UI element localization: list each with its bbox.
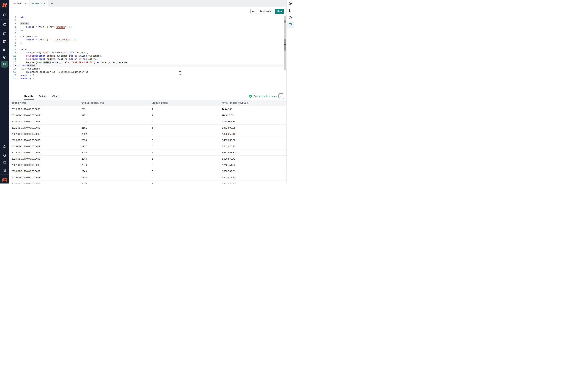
tab-untitled-1[interactable]: Untitled 1 ✕ (10, 0, 29, 7)
sidebar-item-clipboard-icon[interactable] (0, 143, 9, 150)
line-number: 15 (9, 61, 16, 64)
table-row[interactable]: 2023-01-01T00:00:00.000Z293062,453,253.3… (9, 137, 286, 143)
sidebar-item-drawers-icon[interactable] (0, 21, 9, 28)
new-tab-button[interactable]: + (48, 0, 55, 7)
table-row[interactable]: 2025-01-01T00:00:00.000Z293262,617,453.3… (9, 150, 286, 156)
cell-order_year: 2018-01-01T00:00:00.000Z (11, 108, 81, 110)
code-text: ), (16, 29, 286, 32)
cell-order_year: 2019-01-01T00:00:00.000Z (11, 114, 81, 117)
table-row[interactable]: 2021-01-01T00:00:00.000Z266161,871,800.8… (9, 125, 286, 131)
sidebar-item-compass-icon[interactable] (0, 54, 9, 61)
table-row[interactable]: 2030-01-01T00:00:00.000Z287961,841,049.3… (9, 181, 286, 184)
sidebar-item-code-window-icon[interactable] (0, 38, 9, 45)
table-row[interactable]: 2026-01-01T00:00:00.000Z294462,690,570.7… (9, 156, 286, 162)
code-line-5[interactable]: 5), (9, 29, 286, 32)
cell-unique_cities: 6 (152, 164, 222, 166)
bookmark-icon[interactable] (286, 7, 294, 14)
cell-order_year: 2027-01-01T00:00:00.000Z (11, 164, 81, 166)
code-text: group by 1 (16, 74, 286, 77)
code-text: ) (16, 42, 286, 45)
code-line-15[interactable]: 15 to_char(sum(orders.order_total), '999… (9, 61, 286, 64)
code-line-9[interactable]: 9) (9, 42, 286, 45)
bookmark-button[interactable]: Bookmark (258, 9, 273, 14)
cell-total_order_revenue: 2,551,076.70 (222, 145, 286, 148)
cell-unique_cities: 6 (152, 145, 222, 148)
close-icon[interactable]: ✕ (44, 2, 45, 5)
column-header-total_order_revenue[interactable]: TOTAL_ORDER_REVENUE (222, 102, 286, 104)
table-row[interactable]: 2022-01-01T00:00:00.000Z290262,325,556.1… (9, 131, 286, 137)
code-line-17[interactable]: 17join customers (9, 67, 286, 71)
table-row[interactable]: 2020-01-01T00:00:00.000Z191741,115,869.5… (9, 118, 286, 125)
ai-chat-icon[interactable] (286, 21, 294, 28)
close-icon[interactable]: ✕ (25, 2, 26, 5)
history-clock-icon[interactable] (286, 14, 294, 21)
tab-label: Untitled 1 (13, 2, 23, 5)
code-line-20[interactable]: 20order by 1 (9, 77, 286, 80)
code-line-12[interactable]: 12 date_trunc('year', ordered_at) as ord… (9, 51, 286, 54)
user-avatar[interactable] (2, 178, 7, 183)
sidebar-item-windows-icon[interactable] (0, 46, 9, 53)
cell-unique_customers: 2949 (81, 170, 152, 173)
cell-total_order_revenue: 2,325,556.11 (222, 133, 286, 135)
run-button[interactable]: Run (275, 9, 284, 14)
code-line-4[interactable]: 4 select * from {{ ref('orders') }} (9, 25, 286, 29)
more-options-button[interactable]: ••• (250, 9, 256, 14)
code-line-8[interactable]: 8 select * from {{ ref('customers') }} (9, 38, 286, 42)
cell-unique_customers: 2902 (81, 133, 152, 135)
code-line-10[interactable]: 10 (9, 45, 286, 48)
column-header-order_year[interactable]: ORDER_YEAR (11, 102, 81, 104)
tab-chart[interactable]: Chart (52, 92, 58, 100)
column-header-unique_cities[interactable]: UNIQUE_CITIES (152, 102, 222, 104)
sidebar-item-headset-icon[interactable] (0, 151, 9, 158)
code-line-3[interactable]: 3orders as ( (9, 22, 286, 25)
code-line-11[interactable]: 11select (9, 48, 286, 51)
code-line-6[interactable]: 6 (9, 32, 286, 35)
code-text: orders as ( (16, 22, 286, 25)
column-header-unique_customers[interactable]: UNIQUE_CUSTOMERS (81, 102, 152, 104)
table-row[interactable]: 2018-01-01T00:00:00.000Z221144,442.65 (9, 106, 286, 112)
code-line-2[interactable]: 2 (9, 19, 286, 22)
results-more-button[interactable]: ••• (278, 93, 284, 99)
cell-unique_customers: 2661 (81, 126, 152, 129)
cell-total_order_revenue: 1,115,869.51 (222, 120, 286, 123)
code-line-1[interactable]: 1with (9, 16, 286, 19)
code-text: with (16, 16, 286, 19)
table-header: ORDER_YEARUNIQUE_CUSTOMERSUNIQUE_CITIEST… (9, 100, 286, 106)
tab-untitled-2[interactable]: Untitled 1 ✕ (29, 0, 48, 7)
code-line-13[interactable]: 13 count(distinct orders.customer_id) as… (9, 54, 286, 58)
discover-compass-icon[interactable] (286, 0, 294, 7)
table-row[interactable]: 2027-01-01T00:00:00.000Z294662,742,751.3… (9, 162, 286, 168)
line-number: 9 (9, 42, 16, 45)
sidebar-item-building-icon[interactable] (0, 167, 9, 174)
sidebar-item-laptop-icon[interactable] (0, 60, 9, 68)
cell-unique_cities: 6 (152, 126, 222, 129)
code-line-19[interactable]: 19group by 1 (9, 74, 286, 77)
sidebar-item-dashboard-icon[interactable] (0, 30, 9, 37)
left-sidebar (0, 0, 9, 184)
editor-toolbar: ••• Bookmark Run (9, 7, 286, 16)
code-line-7[interactable]: 7customers as ( (9, 35, 286, 38)
line-number: 5 (9, 29, 16, 32)
app-logo[interactable] (2, 2, 8, 8)
code-text: select (16, 48, 286, 51)
code-line-18[interactable]: 18 on orders.customer_id = customers.cus… (9, 71, 286, 74)
tab-results[interactable]: Results (24, 92, 33, 100)
line-number: 6 (9, 32, 16, 35)
main-area: Untitled 1 ✕ Untitled 1 ✕ + ••• Bookmark… (9, 0, 286, 184)
cell-unique_customers: 2946 (81, 164, 152, 166)
table-row[interactable]: 2029-01-01T00:00:00.000Z295462,845,473.9… (9, 174, 286, 181)
line-number: 12 (9, 51, 16, 54)
cell-total_order_revenue: 44,442.65 (222, 108, 286, 110)
cell-order_year: 2026-01-01T00:00:00.000Z (11, 158, 81, 160)
table-row[interactable]: 2028-01-01T00:00:00.000Z294962,808,539.0… (9, 168, 286, 174)
code-line-16[interactable]: 16from orders (9, 64, 286, 67)
tab-details[interactable]: Details (39, 92, 47, 100)
cell-total_order_revenue: 2,453,253.32 (222, 139, 286, 142)
cell-unique_cities: 2 (152, 114, 222, 117)
sidebar-item-book-icon[interactable] (0, 159, 9, 166)
table-row[interactable]: 2019-01-01T00:00:00.000Z9772494,818.00 (9, 112, 286, 118)
sql-editor[interactable]: 1with23orders as (4 select * from {{ ref… (9, 16, 286, 92)
sidebar-item-home-icon[interactable] (0, 11, 9, 18)
table-row[interactable]: 2024-01-01T00:00:00.000Z292762,551,076.7… (9, 143, 286, 150)
code-line-14[interactable]: 14 count(distinct orders.location_id) as… (9, 58, 286, 61)
